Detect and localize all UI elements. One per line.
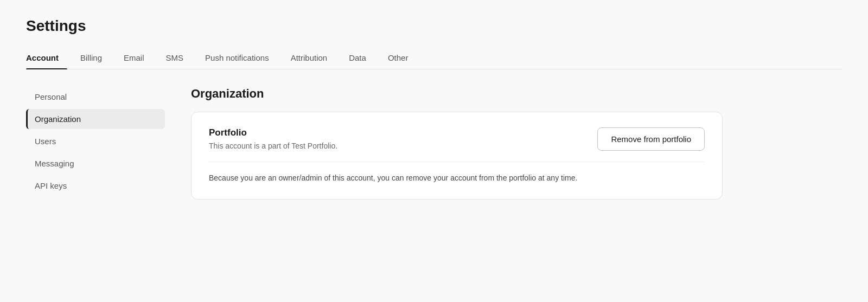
page-container: Settings AccountBillingEmailSMSPush noti… [0, 0, 868, 200]
tabs-container: AccountBillingEmailSMSPush notifications… [26, 48, 842, 69]
tab-billing[interactable]: Billing [78, 48, 111, 69]
tab-sms[interactable]: SMS [164, 48, 193, 69]
tab-data[interactable]: Data [347, 48, 375, 69]
content-area: Organization Portfolio This account is a… [178, 87, 842, 200]
card-left: Portfolio This account is a part of Test… [209, 127, 576, 150]
section-title: Organization [191, 87, 842, 101]
card-top-row: Portfolio This account is a part of Test… [209, 127, 705, 151]
card-title: Portfolio [209, 127, 576, 138]
tab-other[interactable]: Other [386, 48, 417, 69]
page-title: Settings [26, 17, 842, 35]
sidebar: PersonalOrganizationUsersMessagingAPI ke… [26, 87, 178, 200]
sidebar-item-organization[interactable]: Organization [26, 109, 165, 129]
sidebar-item-personal[interactable]: Personal [26, 87, 165, 107]
tab-account[interactable]: Account [26, 48, 67, 69]
sidebar-item-api-keys[interactable]: API keys [26, 176, 165, 196]
remove-from-portfolio-button[interactable]: Remove from portfolio [597, 127, 705, 151]
card-subtitle: This account is a part of Test Portfolio… [209, 142, 576, 150]
card-description: Because you are an owner/admin of this a… [209, 162, 705, 184]
tab-email[interactable]: Email [122, 48, 153, 69]
main-content: PersonalOrganizationUsersMessagingAPI ke… [26, 69, 842, 200]
sidebar-item-messaging[interactable]: Messaging [26, 153, 165, 174]
tab-push-notifications[interactable]: Push notifications [203, 48, 278, 69]
sidebar-item-users[interactable]: Users [26, 131, 165, 151]
portfolio-card: Portfolio This account is a part of Test… [191, 112, 723, 200]
tab-attribution[interactable]: Attribution [289, 48, 336, 69]
